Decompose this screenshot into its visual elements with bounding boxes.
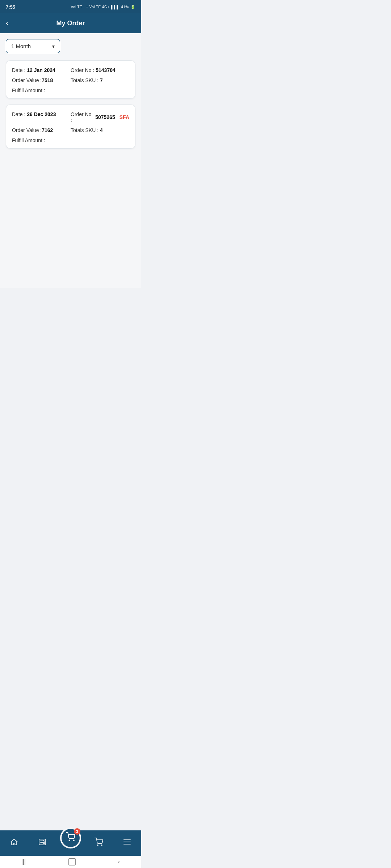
date-field: Date : 12 Jan 2024 — [12, 67, 71, 73]
header: ‹ My Order — [0, 13, 141, 33]
order-value-field: Order Value :7162 — [12, 127, 71, 133]
order-row-2: Order Value :7162 Totals SKU : 4 — [12, 127, 129, 133]
signal-icon: ▌▌▌ — [111, 5, 119, 9]
order-value-field: Order Value :7518 — [12, 77, 71, 83]
totals-sku-field: Totals SKU : 4 — [71, 127, 129, 133]
fulfill-amount-field: Fulfill Amount : — [12, 137, 129, 143]
fulfill-amount-field: Fulfill Amount : — [12, 88, 129, 93]
chevron-down-icon: ▾ — [52, 43, 55, 49]
sfa-badge: SFA — [119, 114, 129, 120]
month-filter-dropdown[interactable]: 1 Month ▾ — [6, 39, 60, 53]
order-no-field: Order No : 5075265 SFA — [71, 111, 129, 123]
back-button[interactable]: ‹ — [6, 18, 8, 28]
battery-icon: 🔋 — [130, 5, 135, 9]
time: 7:55 — [6, 4, 15, 10]
dropdown-selected-value: 1 Month — [11, 43, 31, 49]
order-row-3: Fulfill Amount : — [12, 88, 129, 93]
status-right: VoLTE · ·· VoLTE 4G+ ▌▌▌ 41% 🔋 — [71, 5, 135, 9]
order-card[interactable]: Date : 26 Dec 2023 Order No : 5075265 SF… — [6, 105, 135, 149]
status-bar: 7:55 VoLTE · ·· VoLTE 4G+ ▌▌▌ 41% 🔋 — [0, 0, 141, 13]
order-row-1: Date : 12 Jan 2024 Order No : 5143704 — [12, 67, 129, 73]
date-field: Date : 26 Dec 2023 — [12, 111, 71, 117]
network-info: VoLTE · ·· VoLTE 4G+ — [71, 5, 109, 9]
order-no-field: Order No : 5143704 — [71, 67, 129, 73]
totals-sku-field: Totals SKU : 7 — [71, 77, 129, 83]
order-row-3: Fulfill Amount : — [12, 137, 129, 143]
main-content: 1 Month ▾ Date : 12 Jan 2024 Order No : … — [0, 33, 141, 288]
battery-level: 41% — [121, 5, 129, 9]
order-card[interactable]: Date : 12 Jan 2024 Order No : 5143704 Or… — [6, 60, 135, 99]
filter-container: 1 Month ▾ — [6, 39, 135, 53]
page-title: My Order — [56, 20, 85, 27]
order-row-1: Date : 26 Dec 2023 Order No : 5075265 SF… — [12, 111, 129, 123]
order-row-2: Order Value :7518 Totals SKU : 7 — [12, 77, 129, 83]
